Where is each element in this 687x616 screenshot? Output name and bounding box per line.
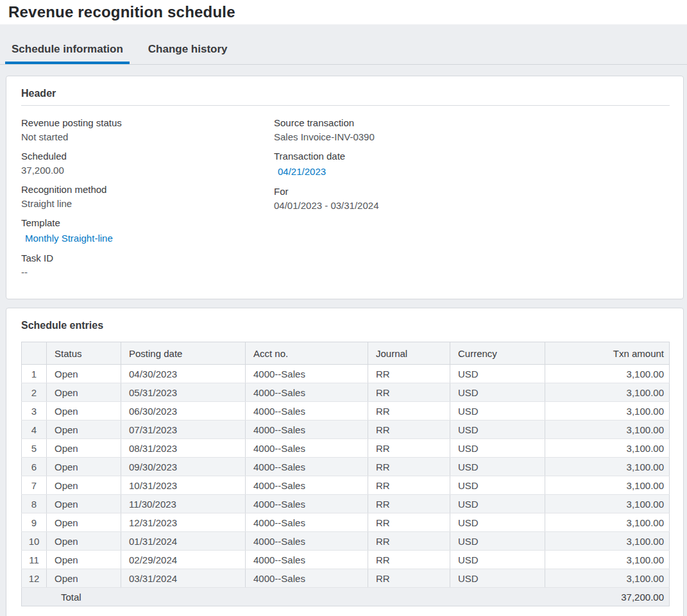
- status-cell: Open: [47, 495, 121, 513]
- field-recognition-method: Recognition methodStraight line: [21, 183, 274, 211]
- acct-no-cell: 4000--Sales: [246, 551, 368, 569]
- journal-cell: RR: [368, 513, 450, 532]
- acct-no-cell: 4000--Sales: [246, 569, 368, 588]
- journal-cell: RR: [368, 476, 450, 495]
- template-link[interactable]: Monthly Straight-line: [21, 231, 274, 246]
- table-header-row: Status Posting date Acct no. Journal Cur…: [22, 342, 670, 365]
- journal-cell: RR: [368, 532, 450, 551]
- table-row: 8Open11/30/20234000--SalesRRUSD3,100.00: [22, 495, 670, 513]
- header-section-title: Header: [21, 87, 670, 100]
- acct-no-cell: 4000--Sales: [246, 420, 368, 439]
- field-scheduled: Scheduled37,200.00: [21, 149, 274, 178]
- field-label-task-id: Task ID: [21, 251, 274, 265]
- field-label-scheduled: Scheduled: [21, 149, 274, 163]
- currency-cell: USD: [450, 383, 545, 402]
- posting-date-cell: 02/29/2024: [121, 551, 246, 569]
- acct-no-cell: 4000--Sales: [246, 532, 368, 551]
- status-cell: Open: [47, 420, 121, 439]
- tab-change-history[interactable]: Change history: [142, 43, 234, 64]
- row-number-cell: 2: [22, 383, 47, 402]
- content-area: Header Revenue posting statusNot started…: [0, 65, 687, 616]
- txn-amount-cell: 3,100.00: [545, 439, 670, 458]
- txn-amount-cell: 3,100.00: [545, 569, 670, 588]
- acct-no-cell: 4000--Sales: [246, 513, 368, 532]
- field-value-task-id: --: [21, 265, 274, 279]
- column-header-row-number: [22, 342, 47, 365]
- tab-schedule-information[interactable]: Schedule information: [5, 43, 130, 64]
- tab-bar: Schedule information Change history: [0, 24, 687, 65]
- transaction-date-link[interactable]: 04/21/2023: [274, 164, 670, 179]
- field-transaction-date: Transaction date04/21/2023: [274, 149, 670, 179]
- column-header-status: Status: [47, 342, 121, 365]
- journal-cell: RR: [368, 383, 450, 402]
- posting-date-cell: 10/31/2023: [121, 476, 246, 495]
- status-cell: Open: [47, 365, 121, 383]
- txn-amount-cell: 3,100.00: [545, 383, 670, 402]
- posting-date-cell: 01/31/2024: [121, 532, 246, 551]
- status-cell: Open: [47, 513, 121, 532]
- txn-amount-cell: 3,100.00: [545, 476, 670, 495]
- status-cell: Open: [47, 569, 121, 588]
- field-value-scheduled: 37,200.00: [21, 163, 274, 178]
- field-for: For04/01/2023 - 03/31/2024: [274, 185, 670, 213]
- header-fields-left: Revenue posting statusNot startedSchedul…: [21, 116, 274, 285]
- acct-no-cell: 4000--Sales: [246, 495, 368, 513]
- table-total-row: Total 37,200.00: [22, 588, 670, 606]
- table-row: 10Open01/31/20244000--SalesRRUSD3,100.00: [22, 532, 670, 551]
- row-number-cell: 4: [22, 420, 47, 439]
- txn-amount-cell: 3,100.00: [545, 551, 670, 569]
- acct-no-cell: 4000--Sales: [246, 402, 368, 420]
- posting-date-cell: 11/30/2023: [121, 495, 246, 513]
- table-row: 1Open04/30/20234000--SalesRRUSD3,100.00: [22, 365, 670, 383]
- status-cell: Open: [47, 439, 121, 458]
- row-number-cell: 6: [22, 458, 47, 476]
- journal-cell: RR: [368, 365, 450, 383]
- table-row: 12Open03/31/20244000--SalesRRUSD3,100.00: [22, 569, 670, 588]
- table-row: 4Open07/31/20234000--SalesRRUSD3,100.00: [22, 420, 670, 439]
- acct-no-cell: 4000--Sales: [246, 458, 368, 476]
- journal-cell: RR: [368, 551, 450, 569]
- currency-cell: USD: [450, 513, 545, 532]
- column-header-currency: Currency: [450, 342, 545, 365]
- acct-no-cell: 4000--Sales: [246, 383, 368, 402]
- table-row: 5Open08/31/20234000--SalesRRUSD3,100.00: [22, 439, 670, 458]
- header-section-divider: [21, 105, 670, 106]
- posting-date-cell: 04/30/2023: [121, 365, 246, 383]
- journal-cell: RR: [368, 420, 450, 439]
- posting-date-cell: 12/31/2023: [121, 513, 246, 532]
- table-row: 11Open02/29/20244000--SalesRRUSD3,100.00: [22, 551, 670, 569]
- currency-cell: USD: [450, 569, 545, 588]
- header-card: Header Revenue posting statusNot started…: [6, 76, 684, 299]
- entries-section-title: Schedule entries: [21, 319, 670, 332]
- field-value-revenue-posting-status: Not started: [21, 130, 274, 144]
- posting-date-cell: 05/31/2023: [121, 383, 246, 402]
- journal-cell: RR: [368, 402, 450, 420]
- field-label-revenue-posting-status: Revenue posting status: [21, 116, 274, 130]
- currency-cell: USD: [450, 532, 545, 551]
- title-bar: Revenue recognition schedule: [0, 0, 687, 24]
- status-cell: Open: [47, 532, 121, 551]
- txn-amount-cell: 3,100.00: [545, 402, 670, 420]
- txn-amount-cell: 3,100.00: [545, 420, 670, 439]
- field-label-transaction-date: Transaction date: [274, 149, 670, 163]
- column-header-txn-amount: Txn amount: [545, 342, 670, 365]
- field-label-for: For: [274, 185, 670, 199]
- journal-cell: RR: [368, 569, 450, 588]
- table-row: 3Open06/30/20234000--SalesRRUSD3,100.00: [22, 402, 670, 420]
- acct-no-cell: 4000--Sales: [246, 439, 368, 458]
- total-amount: 37,200.00: [545, 588, 670, 606]
- column-header-posting-date: Posting date: [121, 342, 246, 365]
- entries-card: Schedule entries Status Posting date Acc…: [6, 308, 684, 616]
- status-cell: Open: [47, 551, 121, 569]
- currency-cell: USD: [450, 551, 545, 569]
- row-number-cell: 1: [22, 365, 47, 383]
- currency-cell: USD: [450, 495, 545, 513]
- txn-amount-cell: 3,100.00: [545, 532, 670, 551]
- row-number-cell: 3: [22, 402, 47, 420]
- posting-date-cell: 06/30/2023: [121, 402, 246, 420]
- currency-cell: USD: [450, 476, 545, 495]
- txn-amount-cell: 3,100.00: [545, 495, 670, 513]
- header-fields-grid: Revenue posting statusNot startedSchedul…: [21, 116, 670, 285]
- txn-amount-cell: 3,100.00: [545, 365, 670, 383]
- currency-cell: USD: [450, 420, 545, 439]
